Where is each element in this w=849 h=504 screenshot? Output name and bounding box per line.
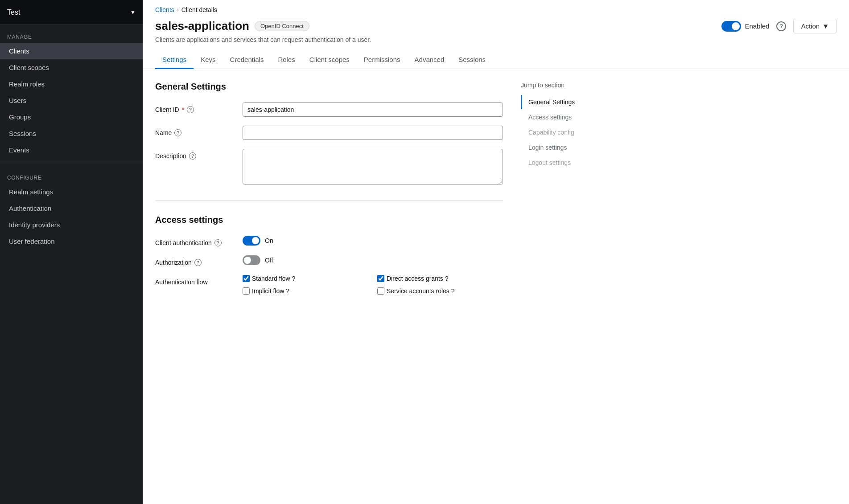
jump-item-login-settings[interactable]: Login settings xyxy=(521,140,619,155)
breadcrumb-parent[interactable]: Clients xyxy=(155,6,174,13)
breadcrumb-current: Client details xyxy=(181,6,217,13)
sidebar-item-realm-settings[interactable]: Realm settings xyxy=(0,184,143,200)
implicit-flow-label: Implicit flow ? xyxy=(252,287,289,295)
sidebar-item-authentication[interactable]: Authentication xyxy=(0,200,143,217)
sidebar-header[interactable]: Test ▼ xyxy=(0,0,143,25)
authorization-value: Off xyxy=(265,257,273,264)
authorization-label: Authorization ? xyxy=(155,255,235,266)
tab-advanced[interactable]: Advanced xyxy=(408,51,452,69)
sidebar-section-configure: Configure xyxy=(0,166,143,184)
access-settings-title: Access settings xyxy=(155,215,503,225)
sidebar-item-identity-providers[interactable]: Identity providers xyxy=(0,217,143,233)
content-main: General Settings Client ID * ? Name xyxy=(155,82,503,492)
jump-to-section-sidebar: Jump to section General Settings Access … xyxy=(521,82,619,492)
description-row: Description ? xyxy=(155,149,503,186)
jump-item-capability-config[interactable]: Capability config xyxy=(521,125,619,139)
jump-to-section-title: Jump to section xyxy=(521,82,619,89)
direct-access-label: Direct access grants ? xyxy=(387,275,449,282)
client-auth-toggle[interactable] xyxy=(243,236,260,246)
client-id-label: Client ID * ? xyxy=(155,102,235,113)
direct-access-help-icon[interactable]: ? xyxy=(445,275,449,282)
openid-connect-badge: OpenID Connect xyxy=(255,21,309,31)
tab-sessions[interactable]: Sessions xyxy=(451,51,493,69)
service-accounts-label: Service accounts roles ? xyxy=(387,287,455,295)
standard-flow-item: Standard flow ? xyxy=(243,275,368,282)
authorization-field: Off xyxy=(243,255,503,265)
service-accounts-help-icon[interactable]: ? xyxy=(451,287,455,295)
jump-item-general-settings[interactable]: General Settings xyxy=(521,95,619,109)
auth-flow-row: Authentication flow Standard flow ? xyxy=(155,275,503,295)
sidebar-item-users[interactable]: Users xyxy=(0,92,143,109)
page-help-icon[interactable]: ? xyxy=(776,21,786,31)
general-settings-title: General Settings xyxy=(155,82,503,92)
description-help-icon[interactable]: ? xyxy=(189,152,196,160)
standard-flow-help-icon[interactable]: ? xyxy=(292,275,296,282)
direct-access-checkbox[interactable] xyxy=(377,275,384,282)
dropdown-arrow-icon: ▼ xyxy=(130,9,136,16)
client-auth-help-icon[interactable]: ? xyxy=(214,239,222,246)
action-dropdown-icon: ▼ xyxy=(822,22,829,30)
name-field xyxy=(243,126,503,140)
action-button[interactable]: Action ▼ xyxy=(793,19,837,33)
authorization-row: Authorization ? Off xyxy=(155,255,503,266)
sidebar-item-realm-roles[interactable]: Realm roles xyxy=(0,76,143,92)
page-title: sales-application xyxy=(155,19,249,33)
realm-name: Test xyxy=(7,8,20,16)
section-divider-1 xyxy=(155,200,503,201)
breadcrumb: Clients › Client details xyxy=(143,0,849,15)
service-accounts-item: Service accounts roles ? xyxy=(377,287,503,295)
main-content: Clients › Client details sales-applicati… xyxy=(143,0,849,504)
sidebar-item-clients[interactable]: Clients xyxy=(0,43,143,59)
description-label: Description ? xyxy=(155,149,235,160)
sidebar-item-sessions[interactable]: Sessions xyxy=(0,125,143,142)
sidebar-divider xyxy=(0,162,143,162)
page-subtitle: Clients are applications and services th… xyxy=(143,33,849,43)
access-settings-section: Access settings Client authentication ? … xyxy=(155,215,503,295)
client-id-help-icon[interactable]: ? xyxy=(187,106,194,113)
client-id-field xyxy=(243,102,503,117)
authorization-toggle[interactable] xyxy=(243,255,260,265)
implicit-flow-checkbox[interactable] xyxy=(243,287,250,295)
breadcrumb-separator: › xyxy=(177,7,179,13)
sidebar-item-events[interactable]: Events xyxy=(0,142,143,158)
action-label: Action xyxy=(801,22,820,30)
enabled-toggle[interactable] xyxy=(721,21,741,32)
name-label: Name ? xyxy=(155,126,235,136)
authorization-help-icon[interactable]: ? xyxy=(194,259,202,266)
standard-flow-checkbox[interactable] xyxy=(243,275,250,282)
client-id-input[interactable] xyxy=(243,102,503,117)
tab-keys[interactable]: Keys xyxy=(194,51,223,69)
enabled-toggle-group: Enabled xyxy=(721,21,769,32)
sidebar: Test ▼ Manage Clients Client scopes Real… xyxy=(0,0,143,504)
name-help-icon[interactable]: ? xyxy=(174,129,181,136)
client-auth-value: On xyxy=(265,237,273,244)
tabs: Settings Keys Credentials Roles Client s… xyxy=(143,51,849,69)
tab-permissions[interactable]: Permissions xyxy=(357,51,408,69)
client-auth-label: Client authentication ? xyxy=(155,236,235,246)
content-area: General Settings Client ID * ? Name xyxy=(143,69,849,504)
description-field xyxy=(243,149,503,186)
description-textarea[interactable] xyxy=(243,149,503,184)
jump-item-logout-settings[interactable]: Logout settings xyxy=(521,156,619,170)
tab-credentials[interactable]: Credentials xyxy=(223,51,271,69)
sidebar-item-client-scopes[interactable]: Client scopes xyxy=(0,59,143,76)
enabled-label: Enabled xyxy=(745,22,769,30)
page-header: sales-application OpenID Connect Enabled… xyxy=(143,15,849,33)
direct-access-item: Direct access grants ? xyxy=(377,275,503,282)
tab-settings[interactable]: Settings xyxy=(155,51,194,69)
tab-client-scopes[interactable]: Client scopes xyxy=(302,51,357,69)
sidebar-section-manage: Manage xyxy=(0,25,143,43)
auth-flow-label: Authentication flow xyxy=(155,275,235,286)
auth-flow-field: Standard flow ? Direct access grants ? xyxy=(243,275,503,295)
tab-roles[interactable]: Roles xyxy=(271,51,302,69)
implicit-flow-help-icon[interactable]: ? xyxy=(286,287,289,295)
client-id-required: * xyxy=(182,106,184,113)
jump-item-access-settings[interactable]: Access settings xyxy=(521,110,619,124)
sidebar-item-user-federation[interactable]: User federation xyxy=(0,233,143,250)
service-accounts-checkbox[interactable] xyxy=(377,287,384,295)
sidebar-item-groups[interactable]: Groups xyxy=(0,109,143,125)
page-header-right: Enabled ? Action ▼ xyxy=(721,19,837,33)
name-input[interactable] xyxy=(243,126,503,140)
client-id-row: Client ID * ? xyxy=(155,102,503,117)
standard-flow-label: Standard flow ? xyxy=(252,275,295,282)
